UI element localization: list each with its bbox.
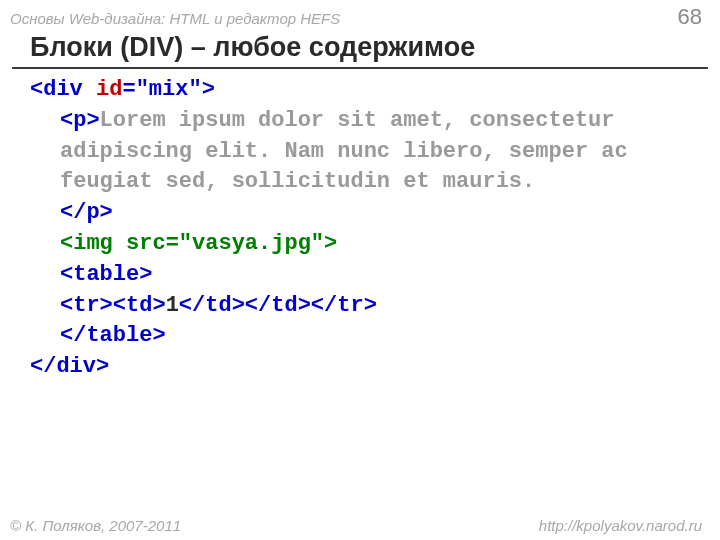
code-line: <table>	[30, 260, 640, 291]
cell-value: 1	[166, 293, 179, 318]
code-line: <p>Lorem ipsum dolor sit amet, consectet…	[30, 106, 640, 198]
code-line: <img src="vasya.jpg">	[30, 229, 640, 260]
code-line: </p>	[30, 198, 640, 229]
tag-div-open: <div	[30, 77, 96, 102]
footer-url: http://kpolyakov.narod.ru	[539, 517, 702, 534]
tag-close-bracket: >	[202, 77, 215, 102]
title-rule	[12, 67, 708, 69]
img-attr-name: src	[126, 231, 166, 256]
eq-sign: =	[166, 231, 179, 256]
course-title: Основы Web-дизайна: HTML и редактор HEFS	[10, 10, 340, 27]
tag-p-close: </p>	[60, 200, 113, 225]
copyright: © К. Поляков, 2007-2011	[10, 517, 181, 534]
tag-div-close: </div>	[30, 354, 109, 379]
code-line: <tr><td>1</td></td></tr>	[30, 291, 640, 322]
tag-tr-td-open: <tr><td>	[60, 293, 166, 318]
eq-sign: =	[122, 77, 135, 102]
tag-img-open: <img	[60, 231, 126, 256]
slide-title: Блоки (DIV) – любое содержимое	[0, 30, 720, 65]
code-line: </div>	[30, 352, 720, 383]
slide-header: Основы Web-дизайна: HTML и редактор HEFS…	[0, 0, 720, 30]
code-block: <div id="mix"> <p>Lorem ipsum dolor sit …	[0, 75, 720, 383]
attr-name: id	[96, 77, 122, 102]
slide-number: 68	[678, 4, 702, 30]
tag-tr-td-close: </td></td></tr>	[179, 293, 377, 318]
slide-footer: © К. Поляков, 2007-2011 http://kpolyakov…	[0, 517, 720, 534]
tag-table-open: <table>	[60, 262, 152, 287]
lorem-text: Lorem ipsum dolor sit amet, consectetur …	[60, 108, 641, 195]
tag-table-close: </table>	[60, 323, 166, 348]
code-line: </table>	[30, 321, 640, 352]
tag-p-open: <p>	[60, 108, 100, 133]
attr-value: "mix"	[136, 77, 202, 102]
img-attr-value: "vasya.jpg"	[179, 231, 324, 256]
code-line: <div id="mix">	[30, 75, 720, 106]
tag-close-bracket: >	[324, 231, 337, 256]
